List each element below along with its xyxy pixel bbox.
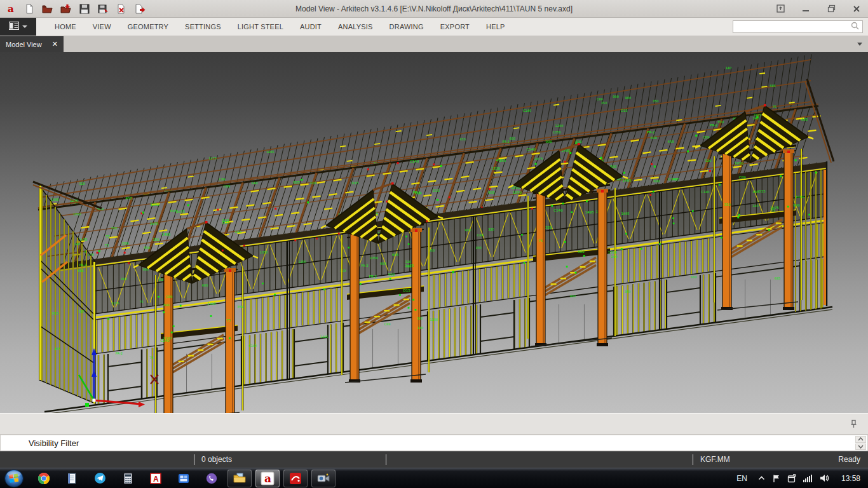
statusbar: 0 objects KGF.MM Ready [0, 451, 868, 468]
titlebar: a Model View - Arkitech v3.1.4.6 [E:\V.N… [0, 0, 868, 18]
new-file-icon[interactable] [24, 3, 35, 15]
pin-icon[interactable] [850, 419, 858, 431]
svg-text:320: 320 [545, 226, 552, 229]
svg-text:C140: C140 [553, 208, 563, 212]
svg-text:685: 685 [293, 180, 300, 184]
visibility-filter-row[interactable]: Visibility Filter [0, 435, 868, 451]
arkitech-logo-icon[interactable]: a [5, 3, 17, 15]
taskbar-app-arkitech-red[interactable] [283, 470, 308, 487]
svg-text:350: 350 [724, 203, 731, 207]
svg-text:350: 350 [653, 99, 659, 103]
menu-item-audit[interactable]: AUDIT [292, 18, 330, 36]
save-as-icon[interactable] [97, 3, 109, 15]
open-file-icon[interactable] [42, 3, 53, 15]
menu-item-help[interactable]: HELP [478, 18, 513, 36]
svg-text:1495: 1495 [207, 302, 216, 306]
start-button[interactable] [3, 468, 25, 488]
svg-text:PR-2: PR-2 [413, 191, 421, 194]
svg-text:685: 685 [775, 276, 781, 280]
menu-item-light-steel[interactable]: LIGHT STEEL [229, 18, 292, 36]
status-divider [194, 454, 194, 465]
tab-close-icon[interactable]: ✕ [52, 40, 58, 48]
svg-text:1200: 1200 [298, 260, 306, 264]
screen-toggle-button[interactable] [775, 4, 785, 14]
minimize-button[interactable] [801, 4, 811, 14]
scroll-down-button[interactable] [855, 444, 866, 451]
taskbar-app-media[interactable] [311, 470, 336, 487]
windows-taskbar: Aa EN 13:58 [0, 468, 868, 488]
network-signal-icon[interactable] [803, 474, 813, 482]
taskbar-app-explorer[interactable] [227, 470, 252, 487]
units-indicator[interactable]: KGF.MM [700, 455, 730, 464]
close-file-icon[interactable] [116, 3, 127, 15]
svg-text:350: 350 [717, 120, 724, 124]
layout-icon [9, 22, 19, 32]
ready-state: Ready [838, 455, 860, 464]
menu-item-drawing[interactable]: DRAWING [381, 18, 432, 36]
svg-text:685: 685 [673, 177, 680, 181]
svg-text:140: 140 [752, 204, 759, 208]
tab-model-view[interactable]: Model View ✕ [0, 36, 64, 52]
menu-item-settings[interactable]: SETTINGS [177, 18, 229, 36]
svg-text:75: 75 [139, 300, 143, 304]
svg-text:685: 685 [770, 84, 776, 88]
svg-text:2x75: 2x75 [208, 156, 217, 160]
menu-item-geometry[interactable]: GEOMETRY [119, 18, 177, 36]
menu-item-home[interactable]: HOME [46, 18, 85, 36]
application-menu-button[interactable] [0, 18, 36, 36]
tab-overflow-icon[interactable] [857, 43, 862, 46]
svg-text:2x75: 2x75 [150, 222, 159, 226]
taskbar-app-viber[interactable] [200, 470, 224, 487]
menu-item-export[interactable]: EXPORT [432, 18, 478, 36]
svg-text:1200: 1200 [430, 318, 438, 322]
svg-text:C89: C89 [739, 175, 746, 179]
import-file-icon[interactable] [60, 3, 72, 15]
taskbar-app-acrobat[interactable]: A [144, 470, 168, 487]
volume-icon[interactable] [820, 474, 829, 482]
svg-text:320: 320 [405, 260, 411, 264]
svg-text:C89: C89 [219, 177, 226, 181]
restore-button[interactable] [826, 4, 836, 14]
taskbar-app-arkitech[interactable]: a [255, 470, 280, 487]
taskbar-app-calculator[interactable] [116, 470, 140, 487]
taskbar-app-notes[interactable] [60, 470, 84, 487]
svg-text:PR-2: PR-2 [647, 130, 654, 134]
svg-text:1050: 1050 [260, 250, 268, 254]
menu-item-view[interactable]: VIEW [85, 18, 119, 36]
svg-text:140: 140 [752, 116, 759, 120]
object-count: 0 objects [201, 455, 232, 464]
menu-item-analysis[interactable]: ANALYSIS [330, 18, 381, 36]
svg-text:140: 140 [234, 230, 241, 234]
svg-text:1200: 1200 [608, 250, 617, 254]
svg-text:C89: C89 [384, 322, 391, 326]
taskbar-app-mail[interactable] [172, 470, 196, 487]
close-button[interactable] [851, 4, 862, 14]
language-indicator[interactable]: EN [736, 474, 747, 483]
svg-text:140: 140 [74, 242, 81, 246]
search-icon[interactable] [850, 21, 860, 33]
windows-update-icon[interactable] [787, 474, 796, 483]
action-center-flag-icon[interactable] [772, 474, 780, 483]
search-box [733, 20, 863, 33]
save-icon[interactable] [79, 3, 90, 15]
svg-text:600: 600 [121, 277, 128, 281]
svg-text:a: a [8, 3, 14, 14]
svg-text:PR-2: PR-2 [502, 140, 509, 144]
dock-scrollbar [855, 436, 866, 450]
svg-text:A: A [153, 474, 159, 483]
svg-text:1050: 1050 [553, 130, 561, 134]
svg-text:685: 685 [392, 253, 399, 257]
svg-text:455: 455 [380, 262, 387, 266]
quick-toolbar: a [5, 0, 146, 17]
taskbar-app-chrome[interactable] [32, 470, 56, 487]
tray-expand-icon[interactable] [758, 475, 765, 481]
model-viewport[interactable]: 1495756001200350C899004552x751050D15685P… [0, 52, 868, 413]
export-file-icon[interactable] [134, 3, 146, 15]
clock[interactable]: 13:58 [841, 474, 860, 483]
svg-text:1495: 1495 [320, 335, 329, 339]
svg-text:1495: 1495 [621, 212, 630, 215]
model-canvas[interactable]: 1495756001200350C899004552x751050D15685P… [0, 52, 868, 413]
search-input[interactable] [736, 23, 850, 30]
taskbar-app-telegram[interactable] [88, 470, 112, 487]
scroll-up-button[interactable] [855, 436, 866, 443]
